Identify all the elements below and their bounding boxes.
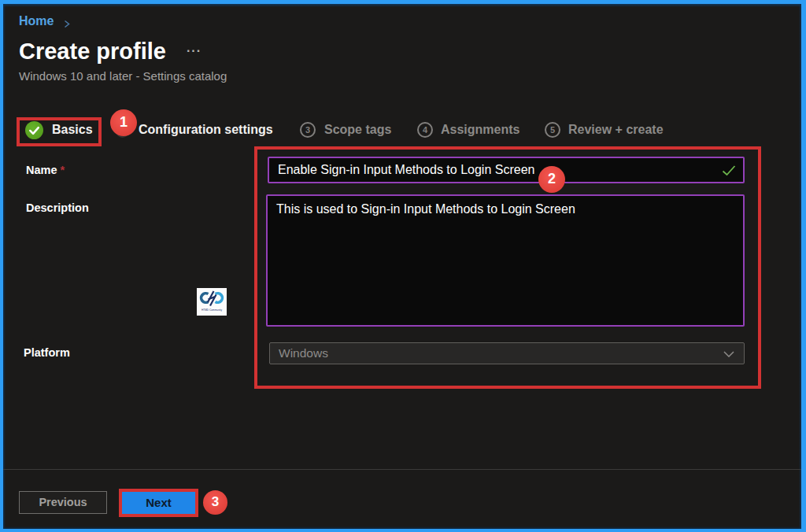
svg-text:HTMD Community: HTMD Community: [202, 308, 223, 312]
